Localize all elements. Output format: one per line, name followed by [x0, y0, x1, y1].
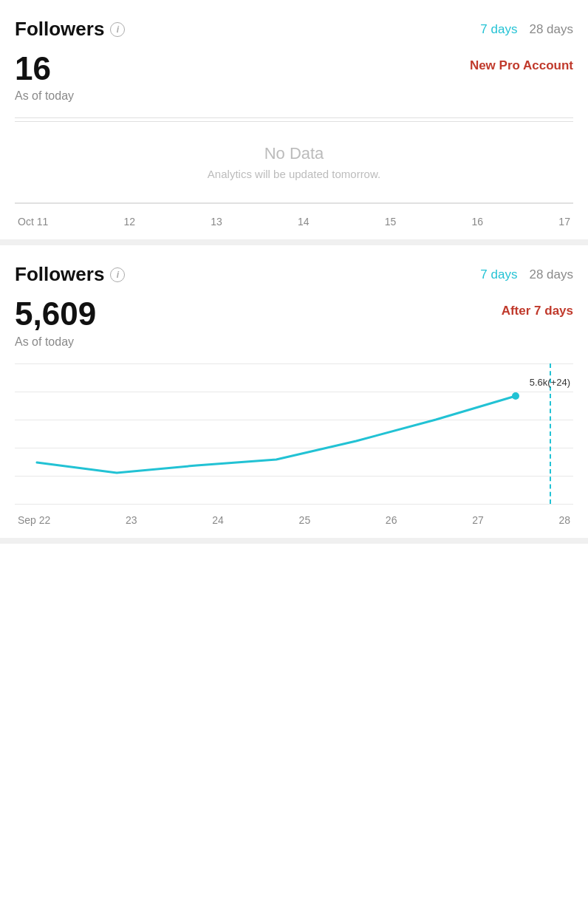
- card2-chart-container: 5.6k(+24) Sep 22 23 24 25 26 27 28: [15, 363, 573, 526]
- card2-info-icon[interactable]: i: [110, 267, 125, 282]
- card1-chart-area: No Data Analytics will be updated tomorr…: [15, 117, 573, 228]
- card1-x-axis: Oct 11 12 13 14 15 16 17: [15, 207, 573, 228]
- card1-x-label-5: 16: [472, 216, 484, 228]
- card1-no-data-section: No Data Analytics will be updated tomorr…: [15, 121, 573, 203]
- card2-28days-btn[interactable]: 28 days: [529, 267, 573, 282]
- card2-x-label-2: 24: [212, 514, 224, 526]
- chart-line: [37, 396, 516, 473]
- chart-dot-last: [512, 392, 519, 400]
- card2-title-group: Followers i: [15, 263, 125, 286]
- card1-follower-count: 16: [15, 51, 51, 86]
- card2-count-row: 5,609 After 7 days: [15, 296, 573, 332]
- card1-title-group: Followers i: [15, 18, 125, 41]
- followers-card-1: Followers i 7 days 28 days 16 New Pro Ac…: [0, 0, 588, 245]
- card1-x-label-0: Oct 11: [18, 216, 48, 228]
- card1-count-row: 16 New Pro Account: [15, 51, 573, 86]
- followers-card-2: Followers i 7 days 28 days 5,609 After 7…: [0, 245, 588, 543]
- card2-x-label-3: 25: [299, 514, 311, 526]
- card2-x-label-1: 23: [126, 514, 137, 526]
- card2-header: Followers i 7 days 28 days: [15, 263, 573, 286]
- card2-x-axis: Sep 22 23 24 25 26 27 28: [15, 514, 573, 526]
- card1-info-icon[interactable]: i: [110, 22, 125, 37]
- card1-title: Followers: [15, 18, 104, 41]
- card2-line-chart: [15, 363, 573, 504]
- card2-time-filters: 7 days 28 days: [480, 267, 573, 282]
- card2-x-label-6: 28: [558, 514, 570, 526]
- card2-follower-count: 5,609: [15, 296, 96, 332]
- card2-x-label-4: 26: [386, 514, 397, 526]
- card1-no-data-title: No Data: [15, 144, 573, 163]
- card1-as-of-today: As of today: [15, 89, 573, 103]
- card2-badge: After 7 days: [502, 304, 573, 318]
- card2-title: Followers: [15, 263, 104, 286]
- card2-as-of-today: As of today: [15, 335, 573, 349]
- card1-x-label-3: 14: [298, 216, 310, 228]
- grid-line-6: [15, 504, 573, 505]
- card1-x-label-4: 15: [385, 216, 397, 228]
- card1-x-label-6: 17: [558, 216, 570, 228]
- card1-28days-btn[interactable]: 28 days: [529, 22, 573, 37]
- card2-x-label-5: 27: [472, 514, 484, 526]
- card1-bottom-separator: [15, 203, 573, 204]
- card1-x-label-1: 12: [123, 216, 135, 228]
- card1-7days-btn[interactable]: 7 days: [480, 22, 517, 37]
- card1-header: Followers i 7 days 28 days: [15, 18, 573, 41]
- card1-time-filters: 7 days 28 days: [480, 22, 573, 37]
- card2-7days-btn[interactable]: 7 days: [480, 267, 517, 282]
- card1-no-data-subtitle: Analytics will be updated tomorrow.: [15, 168, 573, 180]
- card2-x-label-0: Sep 22: [18, 514, 50, 526]
- card1-top-separator: [15, 117, 573, 118]
- card1-x-label-2: 13: [211, 216, 222, 228]
- card1-badge: New Pro Account: [470, 58, 573, 73]
